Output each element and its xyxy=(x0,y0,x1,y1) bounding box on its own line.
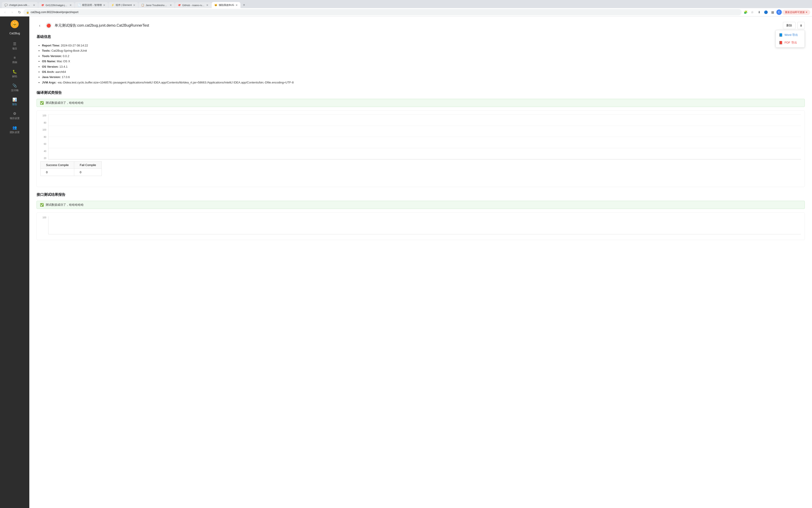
tab-chatgpt-java-sdk[interactable]: 💬 chatgpt-java-sdk使用示... ✕ xyxy=(2,2,38,8)
forward-button[interactable]: › xyxy=(9,9,15,15)
info-item-tools-version: Tools Version: 0.0.2 xyxy=(42,53,805,59)
sidebar-item-deliveries[interactable]: 📎 交付物 xyxy=(0,81,29,94)
download-action-button[interactable]: ⬇ xyxy=(797,22,805,29)
basic-info-section: 基础信息 Report Time: 2024-03-27 08:14:22 To… xyxy=(37,35,805,85)
info-label-tools-version: Tools Version: xyxy=(42,54,62,58)
tab-favicon-3: 📄 xyxy=(78,4,81,7)
projects-icon: ☰ xyxy=(13,42,16,46)
tab-jansi[interactable]: 📋 Jansi Troubleshooting G... ✕ xyxy=(138,2,175,8)
pdf-icon: 📕 xyxy=(779,41,783,44)
tab-cat2bug-active[interactable]: 🐱 猫陷我改BUG ✕ xyxy=(212,2,241,8)
interface-chart-container: 100 xyxy=(37,212,805,240)
tab-label-5: Jansi Troubleshooting G... xyxy=(146,4,168,6)
sidebar-label-projects: 项目 xyxy=(12,47,17,50)
tab-close-5[interactable]: ✕ xyxy=(170,4,172,7)
compile-chart-container: 100 80 100 80 60 40 20 xyxy=(37,111,805,187)
address-bar[interactable]: 🔒 cat2bug.com:8022/index#/project/report xyxy=(24,9,742,15)
browser-chrome: 💬 chatgpt-java-sdk使用示... ✕ 🐙 Grt1228/cha… xyxy=(0,0,812,16)
sidebar: 🐱 Cat2Bug ☰ 项目 ≡ 用例 🐛 缺陷 📎 交付物 📊 报告 ⚙ 项目… xyxy=(0,16,29,508)
sidebar-item-reports[interactable]: 📊 报告 xyxy=(0,95,29,108)
team-settings-icon: 👥 xyxy=(12,125,17,130)
export-dropdown-menu: 📘 Word 导出 📕 PDF 导出 xyxy=(775,30,805,48)
new-tab-button[interactable]: + xyxy=(241,2,247,8)
interface-chart-bars-area xyxy=(48,216,801,235)
y-label-60: 60 xyxy=(40,143,46,145)
restart-button[interactable]: 重新启动即可更新 ✕ xyxy=(782,10,810,15)
compile-table-header-fail: Fail Compile xyxy=(74,162,101,169)
star-button[interactable]: ☆ xyxy=(749,9,756,15)
info-item-tools: Tools: Cat2Bug-Spring-Boot-JUnit xyxy=(42,48,805,53)
compile-table: Success Compile Fail Compile 0 0 xyxy=(40,161,102,176)
gridline-4 xyxy=(48,148,801,148)
sidebar-item-examples[interactable]: ≡ 用例 xyxy=(0,53,29,66)
tab-favicon-7: 🐱 xyxy=(214,4,217,7)
info-label-os-version: OS Version: xyxy=(42,65,59,68)
tab-element[interactable]: ⚡ 组件 | Element ✕ xyxy=(109,2,138,8)
profile-avatar-button[interactable]: C xyxy=(776,9,782,15)
toolbar-actions: 🧩 ☆ ⬇ 🔵 ▦ C 重新启动即可更新 ✕ xyxy=(742,9,810,15)
gridline-1 xyxy=(48,114,801,115)
sidebar-item-team-settings[interactable]: 👥 团队设置 xyxy=(0,123,29,136)
download-button[interactable]: ⬇ xyxy=(756,9,762,15)
interface-success-text: 测试数据成功了，哈哈哈哈哈 xyxy=(46,203,84,207)
deliveries-icon: 📎 xyxy=(12,83,17,88)
info-value-tools-version: 0.0.2 xyxy=(63,54,69,58)
info-item-os-version: OS Version: 13.4.1 xyxy=(42,64,805,69)
page-title-icon: 🔴 xyxy=(46,22,52,29)
interface-success-icon: ✅ xyxy=(40,203,44,207)
tab-close-7[interactable]: ✕ xyxy=(236,4,238,7)
y-label-80: 80 xyxy=(40,122,46,124)
gridline-5 xyxy=(48,159,801,159)
tab-label-4: 组件 | Element xyxy=(116,3,132,7)
sidebar-item-bugs[interactable]: 🐛 缺陷 xyxy=(0,67,29,80)
sidebar-label-team-settings: 团队设置 xyxy=(10,131,19,134)
y-label-40: 40 xyxy=(40,150,46,153)
info-label-tools: Tools: xyxy=(42,49,50,52)
address-text: cat2bug.com:8022/index#/project/report xyxy=(31,11,739,14)
tab-favicon-2: 🐙 xyxy=(41,4,44,7)
interface-report-section: 接口测试结果报告 ✅ 测试数据成功了，哈哈哈哈哈 100 xyxy=(37,193,805,240)
tab-grt1228[interactable]: 🐙 Grt1228/chatgpt-jav... ✕ xyxy=(38,2,75,8)
tab-close-4[interactable]: ✕ xyxy=(133,4,135,7)
delete-button[interactable]: 删除 xyxy=(783,22,796,29)
page-header-left: ‹ 🔴 单元测试报告:com.cat2bug.junit.demo.Cat2Bu… xyxy=(37,22,149,29)
tab-favicon-4: ⚡ xyxy=(111,4,114,7)
sidebar-item-projects[interactable]: ☰ 项目 xyxy=(0,39,29,52)
bugs-icon: 🐛 xyxy=(12,70,17,74)
tab-model-desc[interactable]: 📄 模型说明 - 智增增 ✕ xyxy=(75,2,108,8)
gridline-2 xyxy=(48,126,801,126)
info-value-os-version: 13.4.1 xyxy=(59,65,68,68)
tab-label-2: Grt1228/chatgpt-jav... xyxy=(46,4,68,6)
y-label-80-2: 80 xyxy=(40,136,46,138)
sidebar-label-project-settings: 项目设置 xyxy=(10,117,19,120)
toolbar: ‹ › ↻ 🔒 cat2bug.com:8022/index#/project/… xyxy=(0,8,812,16)
app-logo: 🐱 xyxy=(11,20,19,28)
tab-favicon-6: 🐙 xyxy=(178,4,181,7)
profile-button[interactable]: 🔵 xyxy=(763,9,769,15)
back-navigation-button[interactable]: ‹ xyxy=(37,22,43,29)
chart-gridlines xyxy=(48,114,801,159)
tab-close-6[interactable]: ✕ xyxy=(206,4,208,7)
tab-close-2[interactable]: ✕ xyxy=(70,4,72,7)
info-label-os-name: OS Name: xyxy=(42,59,56,63)
sidebar-item-project-settings[interactable]: ⚙ 项目设置 xyxy=(0,109,29,122)
tab-github-nsano[interactable]: 🐙 GitHub - nsano-rururu/... ✕ xyxy=(175,2,211,8)
pdf-export-item[interactable]: 📕 PDF 导出 xyxy=(776,39,805,46)
extensions-button[interactable]: 🧩 xyxy=(742,9,749,15)
app: 🐱 Cat2Bug ☰ 项目 ≡ 用例 🐛 缺陷 📎 交付物 📊 报告 ⚙ 项目… xyxy=(0,16,812,508)
info-value-java-version: 17.0.6 xyxy=(61,75,70,79)
basic-info-title: 基础信息 xyxy=(37,35,805,39)
main-content: ‹ 🔴 单元测试报告:com.cat2bug.junit.demo.Cat2Bu… xyxy=(29,16,812,508)
back-button[interactable]: ‹ xyxy=(2,9,8,15)
tab-close-3[interactable]: ✕ xyxy=(103,4,105,7)
reload-button[interactable]: ↻ xyxy=(16,9,23,15)
tab-favicon-1: 💬 xyxy=(4,4,8,7)
compile-report-section: 编译测试类报告 ✅ 测试数据成功了，哈哈哈哈哈 100 80 100 80 60… xyxy=(37,90,805,187)
interface-success-banner: ✅ 测试数据成功了，哈哈哈哈哈 xyxy=(37,201,805,209)
tab-close-1[interactable]: ✕ xyxy=(33,4,35,7)
sidebar-toggle-button[interactable]: ▦ xyxy=(770,9,776,15)
info-item-report-time: Report Time: 2024-03-27 08:14:22 xyxy=(42,43,805,48)
compile-success-text: 测试数据成功了，哈哈哈哈哈 xyxy=(46,101,84,105)
word-export-item[interactable]: 📘 Word 导出 xyxy=(776,31,805,39)
tab-favicon-5: 📋 xyxy=(141,4,144,7)
